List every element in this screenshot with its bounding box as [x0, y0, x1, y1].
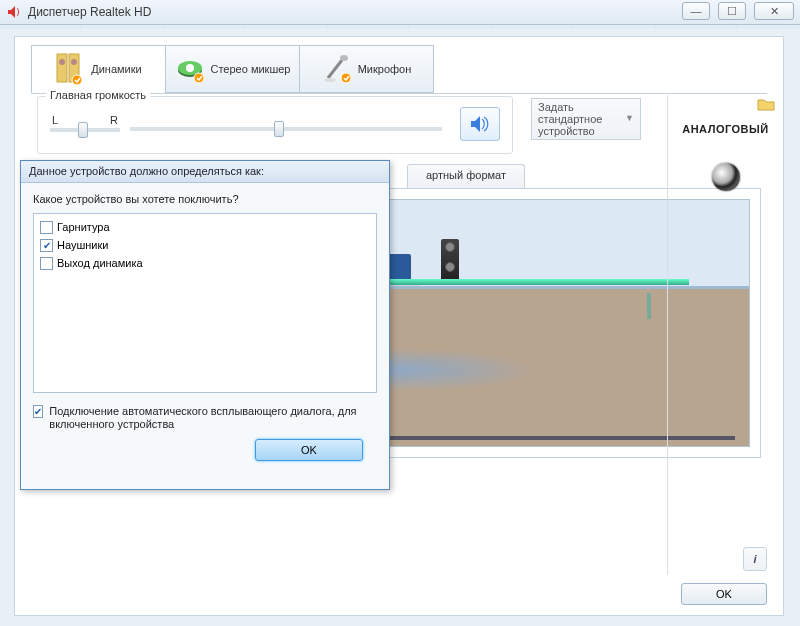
tab-stereo-mix[interactable]: Стерео микшер: [165, 45, 300, 93]
svg-point-11: [341, 73, 351, 83]
folder-icon[interactable]: [757, 97, 775, 113]
speaker-app-icon: [6, 4, 22, 20]
close-button[interactable]: ✕: [754, 2, 794, 20]
subtab-default-format-label: артный формат: [426, 169, 506, 181]
window-controls: — ☐ ✕: [682, 2, 794, 20]
dialog-title: Данное устройство должно определяться ка…: [21, 161, 389, 183]
rear-jack-black[interactable]: [712, 163, 740, 191]
tab-microphone-label: Микрофон: [358, 63, 412, 75]
stereo-mix-icon: [175, 52, 205, 86]
analog-panel: АНАЛОГОВЫЙ: [667, 95, 783, 575]
device-options-list: Гарнитура ✔ Наушники Выход динамика: [33, 213, 377, 393]
microphone-icon: [322, 52, 352, 86]
main-ok-label: OK: [716, 588, 732, 600]
scene-table-leg: [647, 293, 651, 319]
scene-right-speaker[interactable]: [441, 239, 459, 281]
minimize-button[interactable]: —: [682, 2, 710, 20]
svg-point-4: [72, 75, 82, 85]
tab-stereo-mix-label: Стерео микшер: [211, 63, 291, 75]
dialog-ok-button[interactable]: OK: [255, 439, 363, 461]
balance-left-label: L: [52, 114, 58, 126]
chevron-down-icon: ▼: [625, 114, 634, 124]
option-headphones[interactable]: ✔ Наушники: [40, 236, 370, 254]
svg-point-10: [324, 78, 336, 82]
option-headset-label: Гарнитура: [57, 221, 110, 233]
main-volume-group: Главная громкость L R: [37, 96, 513, 154]
info-button[interactable]: i: [743, 547, 767, 571]
maximize-button[interactable]: ☐: [718, 2, 746, 20]
checkbox-headset[interactable]: [40, 221, 53, 234]
balance-slider[interactable]: L R: [50, 114, 120, 132]
analog-title: АНАЛОГОВЫЙ: [676, 123, 775, 135]
option-speaker-out-label: Выход динамика: [57, 257, 143, 269]
main-ok-button[interactable]: OK: [681, 583, 767, 605]
checkbox-headphones[interactable]: ✔: [40, 239, 53, 252]
taskbar-shadow: [0, 25, 800, 29]
volume-handle[interactable]: [274, 121, 284, 137]
svg-point-2: [59, 59, 65, 65]
speakers-icon: [55, 52, 85, 86]
svg-point-3: [71, 59, 77, 65]
tab-speakers-label: Динамики: [91, 63, 141, 75]
main-volume-title: Главная громкость: [46, 89, 150, 101]
device-tabs: Динамики Стерео микшер Микрофон: [31, 45, 783, 93]
svg-point-7: [186, 64, 194, 72]
volume-slider[interactable]: [130, 127, 442, 131]
mute-button[interactable]: [460, 107, 500, 141]
balance-handle[interactable]: [78, 122, 88, 138]
checkbox-auto-popup[interactable]: ✔: [33, 405, 43, 418]
default-btn-line1: Задать: [538, 101, 602, 113]
dialog-ok-label: OK: [301, 444, 317, 456]
option-headset[interactable]: Гарнитура: [40, 218, 370, 236]
tab-microphone[interactable]: Микрофон: [299, 45, 434, 93]
svg-rect-0: [57, 54, 67, 82]
checkbox-speaker-out[interactable]: [40, 257, 53, 270]
svg-point-9: [340, 55, 348, 61]
set-default-device-button[interactable]: Задать стандартное устройство ▼: [531, 98, 641, 140]
option-speaker-out[interactable]: Выход динамика: [40, 254, 370, 272]
dialog-question: Какое устройство вы хотете поключить?: [33, 193, 377, 205]
svg-point-8: [194, 73, 204, 83]
window-title: Диспетчер Realtek HD: [28, 5, 151, 19]
option-headphones-label: Наушники: [57, 239, 108, 251]
auto-popup-label: Подключение автоматического всплывающего…: [49, 405, 377, 431]
device-detect-dialog: Данное устройство должно определяться ка…: [20, 160, 390, 490]
default-btn-line2: стандартное: [538, 113, 602, 125]
default-btn-line3: устройство: [538, 125, 602, 137]
tab-speakers[interactable]: Динамики: [31, 45, 166, 93]
window-titlebar: Диспетчер Realtek HD — ☐ ✕: [0, 0, 800, 25]
subtab-default-format[interactable]: артный формат: [407, 164, 525, 188]
balance-right-label: R: [110, 114, 118, 126]
